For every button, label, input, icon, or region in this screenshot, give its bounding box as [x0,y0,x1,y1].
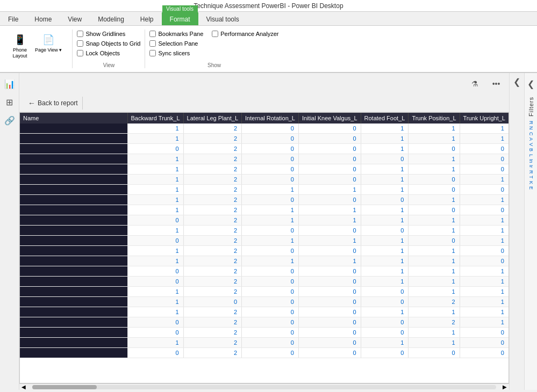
sidebar-icon-chart[interactable]: 📊 [1,75,18,92]
more-options-icon[interactable]: ••• [488,75,505,92]
scroll-left-btn[interactable]: ◀ [19,384,28,390]
table-cell: 0 [242,144,299,154]
table-cell: 0 [509,256,509,266]
table-cell: 0 [298,226,361,236]
table-cell: 0 [242,164,299,175]
table-cell: 1 [509,338,509,348]
tab-modeling[interactable]: Modeling [90,12,132,25]
table-cell: 0 [242,154,299,164]
table-cell: 1 [127,124,183,134]
show-gridlines-checkbox[interactable] [77,31,83,37]
table-cell: 1 [361,307,409,317]
table-cell: 1 [509,266,509,277]
lock-objects-checkbox[interactable] [77,50,83,56]
table-cell: 1 [409,266,460,277]
table-cell: 1 [127,175,183,185]
bookmarks-pane-checkbox[interactable] [149,31,156,37]
sidebar-icon-model[interactable]: 🔗 [1,112,18,129]
phone-layout-button[interactable]: 📱 PhoneLayout [9,30,31,62]
table-cell: 0 [298,175,361,185]
table-cell [20,338,127,348]
page-view-button[interactable]: 📄 Page View ▾ [31,30,66,56]
table-cell: 0 [361,328,409,338]
tab-file[interactable]: File [0,12,26,25]
table-cell: 1 [361,246,409,256]
table-cell: 0 [460,328,509,338]
table-cell: 1 [361,185,409,195]
table-cell: 0 [242,246,299,256]
filter-icon[interactable]: ⚗ [466,75,483,92]
table-cell: 0 [242,317,299,328]
table-row: 12000111 [20,195,509,205]
table-cell: 1 [361,164,409,175]
back-to-report-bar: ← Back to report [19,95,509,112]
table-cell: 1 [409,124,460,134]
table-row: 12111100 [20,256,509,266]
table-cell: 1 [460,236,509,246]
table-cell: 1 [127,195,183,205]
table-cell: 1 [361,124,409,134]
table-cell: 2 [183,195,241,205]
performance-analyzer-checkbox[interactable] [212,31,218,37]
horizontal-scrollbar[interactable]: ◀ ▶ [19,383,509,390]
table-cell [20,307,127,317]
table-cell: 2 [183,246,241,256]
table-cell [20,277,127,287]
table-cell: 0 [127,317,183,328]
table-cell: 1 [509,144,509,154]
filter-item-v: V [528,143,534,146]
show-gridlines-row: Show Gridlines [77,31,125,37]
table-cell: 1 [298,205,361,215]
scroll-right-btn[interactable]: ▶ [500,384,509,390]
table-cell: 0 [298,297,361,307]
data-table: Name Backward Trunk_L Lateral Leg Plant_… [20,113,509,358]
table-cell: 0 [460,256,509,266]
col-header-lateral-leg: Lateral Leg Plant_L [183,113,241,124]
table-row: 12000110 [20,287,509,297]
snap-objects-checkbox[interactable] [77,40,83,47]
filters-panel[interactable]: ❮ Filters R N C A V B L In Ir R T K E [524,73,537,390]
selection-pane-checkbox[interactable] [149,40,156,47]
filter-item-l: L [528,154,534,157]
tab-view[interactable]: View [60,12,90,25]
filters-collapse-icon[interactable]: ❮ [525,77,538,90]
col-header-trunk-upright: Trunk Upright_L [460,113,509,124]
table-cell: 1 [509,124,509,134]
table-cell: 0 [298,338,361,348]
table-cell: 0 [183,297,241,307]
back-to-report-button[interactable]: ← Back to report [24,97,82,110]
table-container[interactable]: Name Backward Trunk_L Lateral Leg Plant_… [19,112,509,383]
table-cell: 2 [183,134,241,144]
table-cell: 1 [298,236,361,246]
table-cell: 0 [298,266,361,277]
table-cell: 1 [127,134,183,144]
col-header-trunk-position: Trunk Position_L [409,113,460,124]
sidebar-icon-grid[interactable]: ⊞ [1,93,18,111]
table-cell: 0 [298,287,361,297]
bookmarks-pane-label: Bookmarks Pane [158,31,203,37]
sync-slicers-checkbox[interactable] [149,50,156,56]
table-cell: 0 [242,297,299,307]
right-panel-collapse-icon[interactable]: ❮ [511,75,524,88]
table-cell [20,317,127,328]
table-cell: 0 [361,195,409,205]
table-cell: 2 [183,328,241,338]
tab-data-drill[interactable]: Visual tools [198,12,247,25]
tab-home[interactable]: Home [26,12,60,25]
table-cell: 1 [409,287,460,297]
right-panel: ❮ [509,73,524,390]
table-cell: 0 [409,236,460,246]
table-cell: 1 [242,205,299,215]
table-cell: 0 [361,317,409,328]
tab-visual-tools[interactable]: Visual tools Format [162,12,198,25]
table-cell: 0 [298,317,361,328]
table-cell [20,215,127,226]
filter-item-e: E [528,186,534,190]
tab-help[interactable]: Help [132,12,162,25]
table-cell: 1 [242,236,299,246]
page-view-icon: 📄 [41,32,56,47]
scroll-track[interactable] [32,385,496,389]
filter-item-a: A [528,137,534,141]
table-cell: 0 [460,338,509,348]
scroll-thumb[interactable] [32,385,97,389]
